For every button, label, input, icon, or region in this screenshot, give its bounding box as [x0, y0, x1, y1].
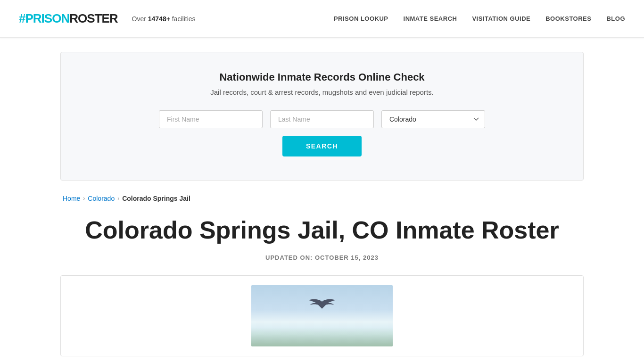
nav-blog[interactable]: BLOG — [606, 15, 625, 22]
site-header: #PRISONROSTER Over 14748+ facilities PRI… — [0, 0, 644, 38]
bird-icon — [308, 295, 336, 313]
logo-hash: # — [19, 11, 25, 26]
logo-roster: ROSTER — [69, 11, 117, 26]
page-title: Colorado Springs Jail, CO Inmate Roster — [60, 216, 584, 245]
search-section: Nationwide Inmate Records Online Check J… — [60, 52, 584, 181]
search-subtitle: Jail records, court & arrest records, mu… — [89, 88, 555, 96]
updated-date: UPDATED ON: OCTOBER 15, 2023 — [60, 254, 584, 261]
breadcrumb-separator-2: › — [117, 195, 119, 202]
nav-bookstores[interactable]: BOOKSTORES — [545, 15, 591, 22]
main-nav: PRISON LOOKUP INMATE SEARCH VISITATION G… — [334, 15, 625, 22]
breadcrumb-home[interactable]: Home — [63, 195, 80, 202]
nav-visitation-guide[interactable]: VISITATION GUIDE — [472, 15, 530, 22]
nav-prison-lookup[interactable]: PRISON LOOKUP — [334, 15, 388, 22]
breadcrumb-current: Colorado Springs Jail — [122, 195, 190, 202]
facilities-count-text: Over 14748+ facilities — [132, 15, 196, 23]
first-name-input[interactable] — [159, 110, 263, 128]
logo-prison: PRISON — [25, 11, 69, 26]
breadcrumb-separator-1: › — [83, 195, 85, 202]
breadcrumb-state[interactable]: Colorado — [88, 195, 115, 202]
search-title: Nationwide Inmate Records Online Check — [89, 71, 555, 83]
last-name-input[interactable] — [270, 110, 374, 128]
nav-inmate-search[interactable]: INMATE SEARCH — [404, 15, 457, 22]
search-button[interactable]: SEARCH — [282, 136, 362, 156]
site-logo[interactable]: #PRISONROSTER — [19, 11, 118, 26]
facilities-number: 14748+ — [148, 15, 170, 23]
search-form: Colorado Alabama Alaska Arizona Arkansas… — [89, 110, 555, 128]
state-select[interactable]: Colorado Alabama Alaska Arizona Arkansas… — [381, 110, 485, 128]
facility-image-card — [60, 275, 584, 356]
facility-image — [251, 285, 393, 346]
main-content: Colorado Springs Jail, CO Inmate Roster … — [60, 207, 584, 362]
breadcrumb: Home › Colorado › Colorado Springs Jail — [60, 195, 584, 202]
